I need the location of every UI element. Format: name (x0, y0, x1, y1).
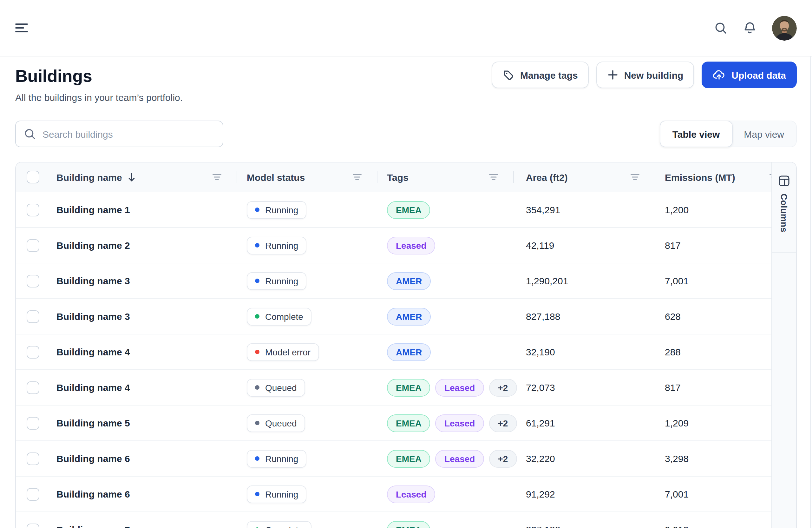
column-header-building-name[interactable]: Building name (56, 162, 237, 192)
table-row[interactable]: Building name 3 Complete AMER 827,188 62… (16, 299, 796, 334)
column-label: Emissions (MT) (665, 172, 735, 183)
filter-icon[interactable] (489, 173, 498, 181)
tab-map-view[interactable]: Map view (732, 121, 796, 147)
filter-icon[interactable] (353, 173, 362, 181)
row-checkbox[interactable] (27, 203, 39, 216)
status-dot-icon (255, 385, 259, 390)
column-header-area[interactable]: Area (ft2) (513, 162, 655, 192)
emissions-value: 3,298 (665, 453, 688, 464)
building-name: Building name 2 (56, 240, 130, 251)
row-checkbox[interactable] (27, 523, 39, 528)
status-dot-icon (255, 421, 259, 425)
area-value: 42,119 (526, 240, 554, 251)
status-badge: Queued (247, 379, 305, 396)
tag-icon (503, 69, 514, 81)
status-label: Complete (265, 525, 303, 528)
row-checkbox[interactable] (27, 381, 39, 394)
row-checkbox[interactable] (27, 274, 39, 287)
table-row[interactable]: Building name 7 Complete EMEA 827,188 9,… (16, 512, 796, 528)
status-badge: Running (247, 237, 306, 254)
table-body: Building name 1 Running EMEA 354,291 1,2… (16, 192, 796, 528)
status-label: Running (265, 276, 298, 286)
row-checkbox[interactable] (27, 452, 39, 465)
emissions-value: 817 (665, 382, 681, 393)
tags-cell: EMEALeased+2 (377, 405, 513, 440)
manage-tags-label: Manage tags (520, 70, 578, 80)
tab-table-view[interactable]: Table view (660, 120, 733, 147)
building-name: Building name 3 (56, 275, 130, 286)
filter-icon[interactable] (630, 173, 639, 181)
tag-badge-leased: Leased (435, 449, 484, 467)
tags-cell: EMEA (377, 192, 513, 227)
status-label: Running (265, 240, 298, 251)
new-building-button[interactable]: New building (596, 61, 694, 88)
bell-icon[interactable] (743, 21, 757, 35)
status-badge: Running (247, 201, 306, 219)
top-bar (0, 0, 812, 56)
row-checkbox[interactable] (27, 310, 39, 323)
area-value: 32,190 (526, 346, 555, 357)
tags-cell: Leased (377, 476, 513, 512)
tags-cell: AMER (377, 334, 513, 369)
emissions-value: 817 (665, 240, 681, 251)
status-label: Queued (265, 382, 297, 393)
status-label: Model error (265, 347, 310, 357)
row-checkbox[interactable] (27, 345, 39, 358)
upload-data-button[interactable]: Upload data (701, 61, 797, 88)
tag-badge-leased: Leased (387, 485, 435, 503)
status-label: Running (265, 454, 298, 463)
tag-badge-emea: EMEA (387, 521, 431, 528)
filter-icon[interactable] (213, 173, 221, 181)
new-building-label: New building (624, 70, 683, 80)
tag-badge-leased: Leased (435, 379, 484, 396)
area-value: 354,291 (526, 204, 560, 215)
tags-cell: AMER (377, 263, 513, 298)
column-header-model-status[interactable]: Model status (237, 162, 377, 192)
table-row[interactable]: Building name 6 Running EMEALeased+2 32,… (16, 441, 796, 476)
app-root: Buildings All the buildings in your team… (0, 0, 812, 528)
table-row[interactable]: Building name 2 Running Leased 42,119 81… (16, 228, 796, 263)
table-row[interactable]: Building name 4 Queued EMEALeased+2 72,0… (16, 370, 796, 405)
status-dot-icon (255, 492, 259, 496)
status-badge: Complete (247, 308, 311, 325)
status-dot-icon (255, 208, 259, 212)
table-row[interactable]: Building name 6 Running Leased 91,292 7,… (16, 476, 796, 512)
column-label: Tags (387, 172, 408, 183)
building-name: Building name 7 (56, 524, 130, 528)
row-checkbox[interactable] (27, 417, 39, 429)
status-dot-icon (255, 314, 259, 318)
search-icon (24, 128, 36, 140)
plus-icon (607, 69, 619, 81)
view-toggle: Table view Map view (660, 120, 797, 147)
status-dot-icon (255, 243, 259, 247)
table-row[interactable]: Building name 4 Model error AMER 32,190 … (16, 334, 796, 370)
select-all-checkbox[interactable] (27, 171, 39, 183)
user-avatar[interactable] (772, 16, 797, 40)
sort-desc-icon[interactable] (128, 172, 136, 182)
building-name: Building name 4 (56, 382, 130, 393)
search-icon[interactable] (714, 21, 728, 35)
status-badge: Running (247, 272, 306, 290)
page-subtitle: All the buildings in your team’s portfol… (15, 92, 183, 103)
table-row[interactable]: Building name 1 Running EMEA 354,291 1,2… (16, 192, 796, 228)
table-row[interactable]: Building name 5 Queued EMEALeased+2 61,2… (16, 405, 796, 441)
area-value: 72,073 (526, 382, 555, 393)
manage-tags-button[interactable]: Manage tags (492, 61, 589, 88)
tags-cell: EMEA (377, 512, 513, 528)
status-label: Running (265, 489, 298, 499)
row-checkbox[interactable] (27, 488, 39, 500)
column-header-tags[interactable]: Tags (377, 162, 513, 192)
emissions-value: 9,019 (665, 524, 688, 528)
row-checkbox[interactable] (27, 239, 39, 252)
menu-icon[interactable] (15, 24, 28, 32)
column-label: Building name (56, 172, 122, 183)
status-label: Running (265, 205, 298, 215)
column-label: Area (ft2) (526, 172, 568, 183)
status-dot-icon (255, 279, 259, 283)
search-buildings-box (15, 120, 223, 147)
table-row[interactable]: Building name 3 Running AMER 1,290,201 7… (16, 263, 796, 299)
search-input[interactable] (15, 120, 223, 147)
cloud-upload-icon (712, 68, 726, 82)
columns-panel-toggle[interactable]: Columns (771, 162, 796, 528)
tag-badge-emea: EMEA (387, 379, 431, 396)
